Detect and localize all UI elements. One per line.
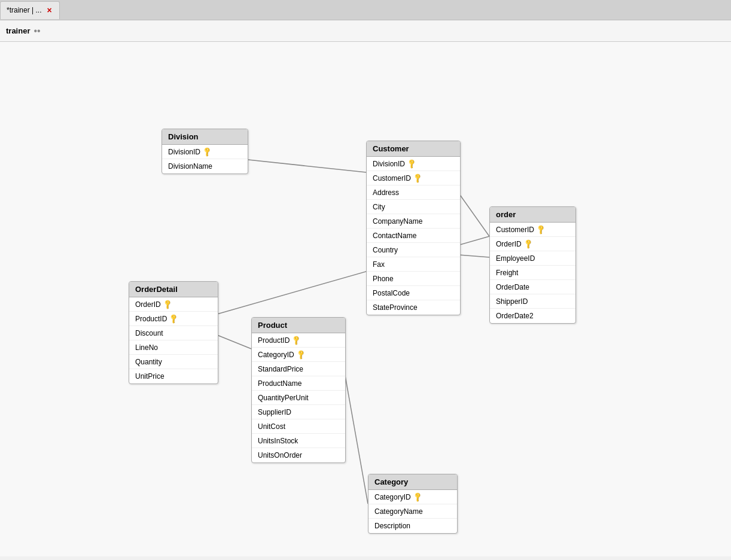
- product-field-quantityperunit: QuantityPerUnit: [252, 391, 345, 405]
- tab-trainer[interactable]: *trainer | ... ×: [0, 1, 60, 19]
- orderdetail-field-quantity: Quantity: [129, 355, 218, 369]
- orderdetail-table[interactable]: OrderDetail OrderID 🔑 ProductID 🔑 Discou…: [129, 281, 218, 384]
- order-table[interactable]: order CustomerID 🔑 OrderID 🔑 EmployeeID …: [489, 206, 576, 324]
- svg-line-5: [344, 369, 368, 504]
- division-table-header: Division: [162, 129, 248, 145]
- svg-line-1: [459, 193, 489, 236]
- customer-field-divisionid: DivisionID 🔑: [367, 157, 460, 171]
- tab-bar: *trainer | ... ×: [0, 0, 731, 20]
- customer-field-fax: Fax: [367, 257, 460, 272]
- product-field-standardprice: StandardPrice: [252, 362, 345, 376]
- key-icon: 🔑: [535, 224, 546, 235]
- order-field-shipperid: ShipperID: [490, 294, 575, 309]
- orderdetail-field-productid: ProductID 🔑: [129, 312, 218, 326]
- key-icon: 🔑: [168, 313, 179, 324]
- orderdetail-field-discount: Discount: [129, 326, 218, 340]
- orderdetail-field-lineno: LineNo: [129, 340, 218, 355]
- customer-field-phone: Phone: [367, 272, 460, 286]
- product-field-supplierid: SupplierID: [252, 405, 345, 419]
- category-field-categoryname: CategoryName: [368, 504, 457, 519]
- svg-line-2: [459, 255, 489, 257]
- key-icon: 🔑: [201, 146, 212, 157]
- customer-field-country: Country: [367, 243, 460, 257]
- orderdetail-field-orderid: OrderID 🔑: [129, 297, 218, 312]
- product-table-header: Product: [252, 318, 345, 333]
- customer-table-header: Customer: [367, 141, 460, 157]
- customer-field-city: City: [367, 200, 460, 214]
- product-field-unitsonorder: UnitsOnOrder: [252, 448, 345, 462]
- customer-field-postalcode: PostalCode: [367, 286, 460, 300]
- category-table[interactable]: Category CategoryID 🔑 CategoryName Descr…: [368, 474, 458, 534]
- division-table[interactable]: Division DivisionID 🔑 DivisionName: [162, 129, 248, 174]
- key-icon: 🔑: [406, 158, 417, 169]
- customer-field-address: Address: [367, 185, 460, 200]
- svg-line-4: [217, 335, 251, 349]
- division-field-divisionname: DivisionName: [162, 159, 248, 174]
- key-icon: 🔑: [291, 334, 302, 346]
- orderdetail-table-header: OrderDetail: [129, 282, 218, 297]
- product-field-productname: ProductName: [252, 376, 345, 391]
- connections-layer: [0, 42, 731, 556]
- product-field-unitsinstock: UnitsInStock: [252, 434, 345, 448]
- order-field-orderid: OrderID 🔑: [490, 237, 575, 251]
- product-field-categoryid: CategoryID 🔑: [252, 348, 345, 362]
- order-table-header: order: [490, 207, 575, 223]
- toolbar-title: trainer: [6, 26, 30, 35]
- tab-close-button[interactable]: ×: [45, 6, 53, 14]
- key-icon: 🔑: [522, 238, 534, 249]
- key-icon: 🔑: [412, 172, 423, 184]
- product-table[interactable]: Product ProductID 🔑 CategoryID 🔑 Standar…: [251, 317, 346, 463]
- tab-label: *trainer | ...: [7, 6, 41, 14]
- customer-field-stateprovince: StateProvince: [367, 300, 460, 315]
- product-field-productid: ProductID 🔑: [252, 333, 345, 348]
- orderdetail-field-unitprice: UnitPrice: [129, 369, 218, 384]
- order-field-orderdate2: OrderDate2: [490, 309, 575, 323]
- order-field-freight: Freight: [490, 266, 575, 280]
- key-icon: 🔑: [162, 299, 173, 310]
- svg-line-0: [248, 160, 366, 172]
- diagram-canvas: Division DivisionID 🔑 DivisionName Custo…: [0, 42, 731, 556]
- division-field-divisionid: DivisionID 🔑: [162, 145, 248, 159]
- toolbar: trainer ••: [0, 20, 731, 42]
- category-table-header: Category: [368, 474, 457, 490]
- order-field-employeeid: EmployeeID: [490, 251, 575, 266]
- category-field-categoryid: CategoryID 🔑: [368, 490, 457, 504]
- customer-field-customerid: CustomerID 🔑: [367, 171, 460, 185]
- more-options-icon[interactable]: ••: [33, 26, 40, 36]
- key-icon: 🔑: [412, 491, 423, 503]
- product-field-unitcost: UnitCost: [252, 419, 345, 434]
- customer-table[interactable]: Customer DivisionID 🔑 CustomerID 🔑 Addre…: [366, 141, 461, 315]
- category-field-description: Description: [368, 519, 457, 533]
- customer-field-contactname: ContactName: [367, 229, 460, 243]
- order-field-customerid: CustomerID 🔑: [490, 223, 575, 237]
- customer-field-companyname: CompanyName: [367, 214, 460, 229]
- key-icon: 🔑: [295, 349, 306, 360]
- order-field-orderdate: OrderDate: [490, 280, 575, 294]
